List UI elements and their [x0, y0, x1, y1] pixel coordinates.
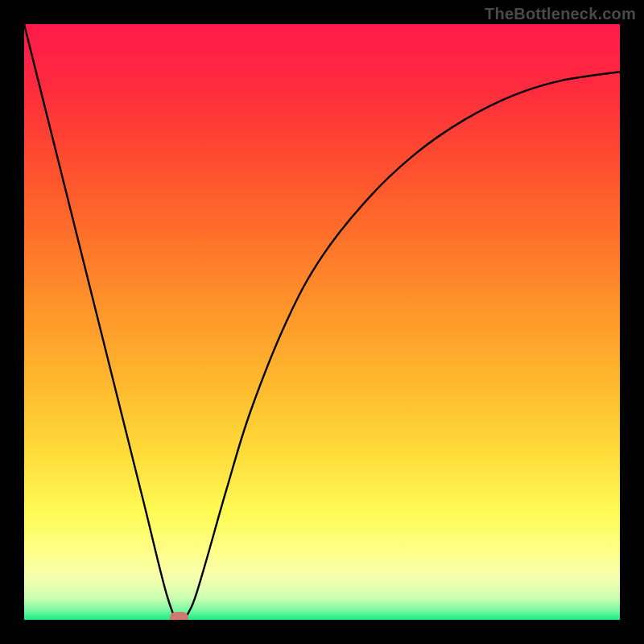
watermark-text: TheBottleneck.com	[485, 5, 636, 23]
chart-frame: TheBottleneck.com	[0, 0, 644, 644]
plot-area	[24, 24, 620, 620]
plot-svg	[24, 24, 620, 620]
sweet-spot-marker	[170, 612, 188, 620]
gradient-background	[24, 24, 620, 620]
